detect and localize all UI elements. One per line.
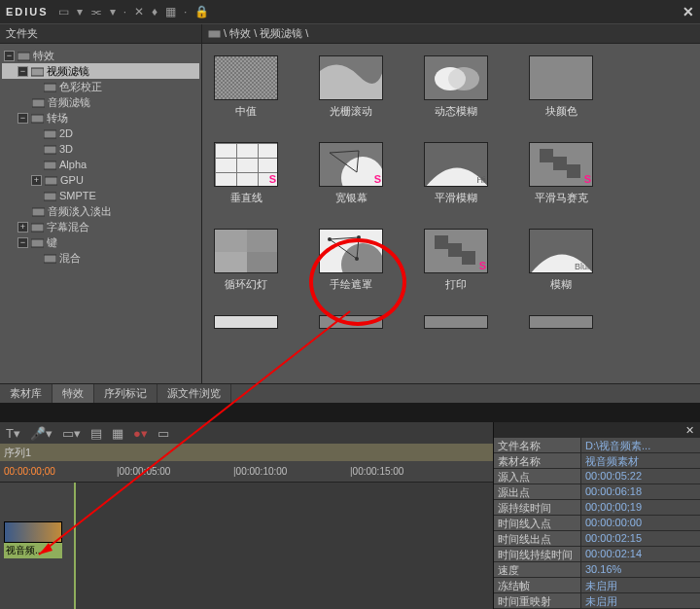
dropdown-icon[interactable]: ▾ (110, 5, 116, 18)
effect-print[interactable]: S打印 (422, 229, 490, 292)
expand-icon[interactable]: + (31, 175, 42, 186)
sep2-icon: · (184, 5, 187, 18)
svg-rect-11 (31, 224, 44, 232)
flag-icon[interactable]: ▭ (158, 426, 169, 441)
effect-smooth-blur[interactable]: Hi平滑模糊 (422, 142, 490, 205)
timecode-0: 00:00:00;00 (4, 466, 55, 477)
tree-audio-filter[interactable]: 音频滤镜 (2, 94, 199, 110)
text-tool-icon[interactable]: T▾ (6, 426, 20, 441)
effect-grid: 中值 光栅滚动 动态模糊 块颜色 S垂直线 S宽银幕 Hi平滑模糊 S平滑马赛克… (202, 44, 700, 383)
mic-icon[interactable]: 🎤▾ (30, 426, 52, 441)
cut-icon[interactable]: ✕ (134, 5, 144, 18)
folder-icon (30, 237, 44, 248)
tree-key[interactable]: −键 (2, 234, 199, 250)
close-icon[interactable]: ✕ (685, 424, 694, 437)
prop-row: 时间重映射未启用 (494, 593, 700, 609)
time-ruler[interactable]: 00:00:00;00 |00:00:05:00 |00:00:10:00 |0… (0, 461, 493, 483)
collapse-icon[interactable]: − (18, 66, 28, 77)
titlebar-tools: ▭ ▾ ⫘ ▾ · ✕ ♦ ▦ · 🔒 (58, 5, 210, 18)
s-badge-icon: S (479, 260, 486, 271)
props-header: ✕ (494, 422, 700, 438)
hi-badge-icon: Hi (477, 175, 486, 185)
breadcrumb: \ 特效 \ 视频滤镜 \ (202, 24, 700, 44)
svg-point-18 (448, 67, 479, 90)
close-icon[interactable]: ✕ (682, 4, 694, 19)
effect-motion-blur[interactable]: 动态模糊 (422, 55, 490, 119)
record-icon[interactable]: ●▾ (133, 426, 148, 441)
prop-row: 速度30.16% (494, 562, 700, 578)
svg-rect-0 (18, 53, 30, 60)
prop-row: 文件名称D:\视音频素... (494, 438, 700, 453)
sidebar-header: 文件夹 (0, 24, 201, 44)
tree-color-correct[interactable]: 色彩校正 (2, 79, 199, 94)
prop-row: 源出点00:00:06:18 (494, 484, 700, 500)
effect-median[interactable]: 中值 (212, 55, 280, 119)
effect-tree[interactable]: −特效 −视频滤镜 色彩校正 音频滤镜 −转场 2D 3D Alpha +GPU… (0, 44, 201, 383)
effect-smooth-mosaic[interactable]: S平滑马赛克 (527, 142, 595, 205)
tracks-area[interactable]: 视音频... (0, 483, 493, 609)
expand-icon[interactable]: + (18, 222, 28, 233)
collapse-icon[interactable]: − (4, 51, 15, 61)
effect-partial-1[interactable] (212, 315, 280, 329)
tab-markers[interactable]: 序列标记 (94, 384, 158, 403)
s-badge-icon: S (584, 173, 591, 185)
prop-row: 时间线入点00:00:00:00 (494, 516, 700, 531)
clip-label[interactable]: 视音频... (4, 543, 62, 558)
folder-icon (17, 51, 30, 61)
blur-badge-icon: Blur (575, 262, 590, 271)
effect-hand-mask[interactable]: 手绘遮罩 (317, 229, 385, 292)
effect-blur[interactable]: Blur模糊 (527, 229, 595, 292)
content-panel: \ 特效 \ 视频滤镜 \ 中值 光栅滚动 动态模糊 块颜色 S垂直线 S宽银幕… (202, 24, 700, 383)
folder-icon (31, 206, 45, 217)
tab-effects[interactable]: 特效 (52, 384, 94, 403)
svg-rect-14 (208, 30, 221, 38)
folder-icon (43, 144, 56, 155)
drop-icon[interactable]: ♦ (152, 5, 158, 18)
tree-root[interactable]: −特效 (2, 48, 199, 63)
collapse-icon[interactable]: − (18, 113, 28, 124)
prop-row: 时间线持续时间00:00:02:14 (494, 547, 700, 562)
effect-slideshow[interactable]: 循环幻灯 (212, 229, 280, 292)
effect-partial-4[interactable] (527, 315, 595, 329)
tree-video-filter[interactable]: −视频滤镜 (2, 63, 199, 79)
folder-icon (30, 113, 44, 124)
lock-icon[interactable]: 🔒 (194, 5, 209, 18)
effect-partial-3[interactable] (422, 315, 490, 329)
svg-rect-7 (44, 161, 56, 169)
clip-icon[interactable]: ▤ (90, 426, 102, 441)
effect-block-color[interactable]: 块颜色 (527, 55, 595, 119)
tree-mix[interactable]: 混合 (2, 250, 199, 266)
layers-icon[interactable]: ▦ (112, 426, 123, 441)
video-clip[interactable] (4, 521, 62, 543)
effect-raster[interactable]: 光栅滚动 (317, 55, 385, 119)
tree-title-mix[interactable]: +字幕混合 (2, 219, 199, 234)
svg-point-32 (357, 235, 361, 239)
effect-widescreen[interactable]: S宽银幕 (317, 142, 385, 205)
svg-rect-23 (540, 149, 553, 162)
grid-icon[interactable]: ▦ (165, 5, 176, 18)
folder-icon[interactable]: ▭ (58, 5, 69, 18)
svg-point-33 (355, 257, 359, 261)
sequence-tab[interactable]: 序列1 (0, 444, 493, 461)
tray-icon[interactable]: ▾ (77, 5, 83, 18)
effect-vertical[interactable]: S垂直线 (212, 142, 280, 205)
collapse-icon[interactable]: − (18, 237, 28, 248)
prop-row: 源入点00:00:05:22 (494, 469, 700, 484)
svg-rect-37 (462, 251, 475, 265)
effect-partial-2[interactable] (317, 315, 385, 329)
tree-audio-fade[interactable]: 音频淡入淡出 (2, 203, 199, 219)
tree-smpte[interactable]: SMPTE (2, 188, 199, 203)
tab-browser[interactable]: 源文件浏览 (158, 384, 231, 403)
folder-icon (43, 160, 56, 170)
tree-gpu[interactable]: +GPU (2, 172, 199, 188)
svg-rect-5 (44, 130, 56, 138)
svg-rect-2 (44, 84, 56, 91)
tree-transition[interactable]: −转场 (2, 110, 199, 125)
tab-library[interactable]: 素材库 (0, 384, 52, 403)
svg-rect-28 (215, 230, 278, 252)
tree-alpha[interactable]: Alpha (2, 157, 199, 172)
tree-3d[interactable]: 3D (2, 141, 199, 157)
scene-icon[interactable]: ▭▾ (62, 426, 81, 441)
tree-2d[interactable]: 2D (2, 125, 199, 141)
link-icon[interactable]: ⫘ (90, 5, 102, 18)
